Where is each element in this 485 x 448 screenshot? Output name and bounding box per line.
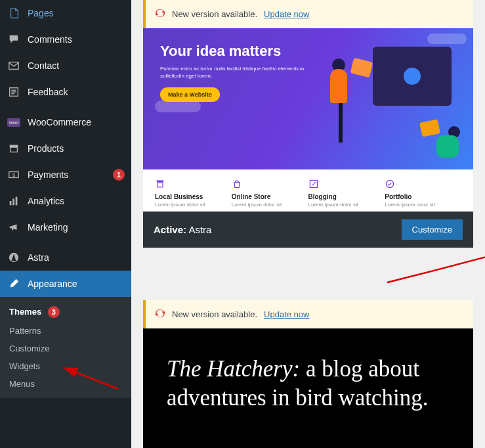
sidebar-label: Marketing	[28, 222, 125, 233]
submenu-label: Customize	[9, 344, 49, 353]
svg-rect-10	[12, 198, 14, 205]
features-row: Local Business Lorem ipsum dolor sit Onl…	[143, 169, 473, 212]
sidebar-item-contact[interactable]: Contact	[0, 53, 131, 79]
svg-rect-9	[10, 201, 12, 205]
notice-text: New version available.	[172, 9, 257, 19]
svg-rect-13	[158, 183, 163, 187]
update-notice: New version available. Update now	[143, 300, 473, 328]
brush-icon	[7, 277, 21, 290]
sidebar-label: Products	[28, 143, 125, 154]
submenu-label: Menus	[9, 379, 35, 389]
bag-icon	[232, 179, 242, 189]
submenu-customize[interactable]: Customize	[0, 340, 131, 357]
sidebar-label: Payments	[28, 169, 109, 180]
feature-label: Blogging	[308, 193, 385, 200]
sidebar-item-comments[interactable]: Comments	[0, 26, 131, 53]
person-illustration	[436, 126, 460, 158]
svg-rect-0	[9, 62, 18, 70]
update-now-link[interactable]: Update now	[264, 309, 309, 319]
submenu-patterns[interactable]: Patterns	[0, 322, 131, 340]
feature-label: Online Store	[232, 193, 308, 200]
active-prefix: Active:	[154, 224, 186, 235]
hero-cta: Make a Website	[160, 87, 220, 102]
submenu-label: Patterns	[9, 326, 41, 336]
sidebar-item-marketing[interactable]: Marketing	[0, 214, 131, 240]
svg-text:$: $	[12, 172, 15, 178]
theme-preview: The Hatchery: a blog about adventures in…	[143, 328, 473, 448]
monitor-icon	[373, 47, 452, 106]
sidebar-item-feedback[interactable]: Feedback	[0, 79, 131, 105]
preview-title: The Hatchery: a blog about adventures in…	[167, 355, 450, 413]
sidebar-item-woocommerce[interactable]: woo WooCommerce	[0, 109, 131, 135]
notice-text: New version available.	[172, 309, 257, 319]
astra-icon	[7, 251, 21, 264]
theme-card-hatchery[interactable]: New version available. Update now The Ha…	[143, 300, 473, 448]
content-area: New version available. Update now Your i…	[131, 0, 485, 448]
sidebar-item-pages[interactable]: Pages	[0, 0, 131, 26]
active-theme-label: Active: Astra	[154, 224, 211, 235]
sidebar-label: Appearance	[28, 279, 125, 289]
submenu-widgets[interactable]: Widgets	[0, 357, 131, 375]
svg-rect-6	[11, 147, 18, 152]
refresh-icon	[155, 8, 165, 20]
feature-label: Local Business	[155, 193, 232, 200]
sidebar-label: Pages	[28, 8, 125, 18]
submenu-label: Widgets	[9, 361, 40, 371]
theme-preview: Your idea matters Pulvinar enim ac torto…	[143, 28, 473, 169]
hero: Your idea matters Pulvinar enim ac torto…	[160, 43, 305, 102]
check-circle-icon	[385, 179, 395, 189]
envelope-icon	[7, 59, 21, 72]
hero-title: Your idea matters	[160, 43, 305, 60]
title-italic: The Hatchery:	[167, 356, 300, 382]
update-notice: New version available. Update now	[143, 0, 473, 28]
chart-icon	[7, 194, 21, 208]
submenu-themes[interactable]: Themes 3	[0, 302, 131, 322]
sidebar-label: WooCommerce	[28, 117, 125, 127]
feature-label: Portfolio	[385, 193, 461, 200]
submenu-label: Themes	[9, 307, 41, 317]
appearance-submenu: Themes 3 Patterns Customize Widgets Menu…	[0, 297, 131, 398]
form-icon	[7, 85, 21, 99]
sidebar-item-payments[interactable]: $ Payments 1	[0, 162, 131, 188]
feature-portfolio: Portfolio Lorem ipsum dolor sit	[385, 179, 461, 208]
active-theme-name: Astra	[188, 224, 211, 235]
sidebar-label: Astra	[28, 252, 125, 263]
update-now-link[interactable]: Update now	[264, 9, 309, 19]
count-badge: 1	[113, 169, 125, 181]
sidebar-label: Feedback	[28, 87, 125, 97]
hero-subtitle: Pulvinar enim ac tortor nulla facilisi t…	[160, 65, 305, 79]
sidebar-item-appearance[interactable]: Appearance	[0, 271, 131, 297]
pages-icon	[7, 7, 21, 20]
sidebar-label: Analytics	[28, 196, 125, 206]
sidebar-item-products[interactable]: Products	[0, 135, 131, 162]
illustration	[320, 40, 467, 163]
active-theme-bar: Active: Astra Customize	[143, 212, 473, 248]
submenu-menus[interactable]: Menus	[0, 375, 131, 393]
comments-icon	[7, 33, 21, 46]
feature-local-business: Local Business Lorem ipsum dolor sit	[155, 179, 232, 208]
cash-icon: $	[7, 168, 21, 181]
archive-icon	[7, 142, 21, 155]
feature-blogging: Blogging Lorem ipsum dolor sit	[308, 179, 385, 208]
sidebar-label: Comments	[28, 34, 125, 45]
count-badge: 3	[48, 306, 60, 318]
refresh-icon	[155, 308, 165, 321]
sidebar-item-analytics[interactable]: Analytics	[0, 188, 131, 214]
edit-icon	[308, 179, 319, 189]
theme-card-astra[interactable]: New version available. Update now Your i…	[143, 0, 473, 248]
sidebar-label: Contact	[28, 60, 125, 71]
customize-button[interactable]: Customize	[402, 219, 463, 240]
sidebar-item-astra[interactable]: Astra	[0, 244, 131, 271]
feature-online-store: Online Store Lorem ipsum dolor sit	[232, 179, 308, 208]
woo-icon: woo	[7, 116, 21, 129]
store-icon	[155, 179, 165, 189]
person-illustration	[332, 58, 347, 143]
svg-rect-11	[16, 197, 18, 206]
megaphone-icon	[7, 221, 21, 234]
admin-sidebar: Pages Comments Contact Feedback woo WooC…	[0, 0, 131, 448]
